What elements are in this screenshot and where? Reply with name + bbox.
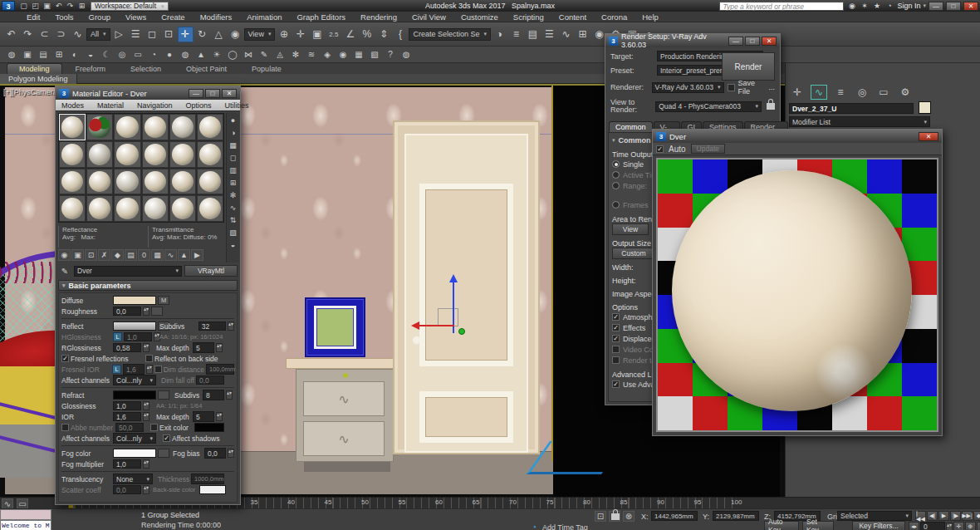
viewport-lock-icon[interactable] [767,103,775,110]
population-icon[interactable]: ▦ [352,48,365,61]
me-menu-utilities[interactable]: Utilities [219,101,255,110]
y-coord-field[interactable]: 2129,987mm [713,511,759,521]
unlink-selection-icon[interactable]: ⊃ [53,27,69,42]
project-folder-icon[interactable]: ⊞ [76,2,87,10]
exit-color-checkbox[interactable] [150,424,158,431]
current-frame-field[interactable]: 0 [920,522,945,530]
sample-slot[interactable] [197,169,223,195]
sample-slot[interactable] [86,114,113,140]
menu-help[interactable]: Help [635,12,665,22]
atmospherics-checkbox[interactable]: ✓ [612,313,620,321]
reference-coordinate-dropdown[interactable]: View▾ [244,28,276,41]
menu-graph-editors[interactable]: Graph Editors [290,12,352,22]
menu-views[interactable]: Views [119,12,153,22]
select-and-place-icon[interactable]: ◉ [228,27,243,42]
transform-gizmo-plane[interactable] [438,308,458,326]
menu-modifiers[interactable]: Modifiers [194,12,239,22]
transform-gizmo-icon[interactable]: ⊗ [623,511,635,522]
align-icon[interactable]: ≡ [508,27,524,42]
put-material-to-scene-icon[interactable]: ▣ [71,249,84,261]
sample-slot[interactable] [86,169,113,195]
material-map-navigator-icon[interactable]: ⇅ [228,214,239,225]
use-advanced-lighting-checkbox[interactable]: ✓ [612,380,620,388]
isolate-selection-icon[interactable]: ⊡ [595,511,606,522]
shell-icon[interactable]: ◈ [321,48,334,61]
sample-slot[interactable] [59,169,86,195]
polygon-modeling-tab[interactable]: Polygon Modeling [0,74,77,84]
sample-slot[interactable] [86,141,113,168]
video-color-check-icon[interactable]: ▥ [228,164,239,175]
rglossiness-field[interactable]: 0,58 [113,343,141,352]
scene-states-icon[interactable]: ▤ [37,48,50,61]
go-to-end-button[interactable]: ▶▶| [962,511,973,521]
video-color-check-checkbox[interactable] [612,346,620,353]
render-button[interactable]: Render [722,52,775,81]
hglossiness-field[interactable]: 1,0 [124,332,152,341]
sample-slot[interactable] [142,141,169,168]
sample-slot[interactable] [169,141,196,168]
diffuse-color-swatch[interactable] [113,296,156,305]
orbit-view-icon[interactable]: ◔ [977,522,980,530]
subdivs-field[interactable]: 32 [198,321,226,331]
sample-type-icon[interactable]: ● [228,115,239,125]
refract-color-swatch[interactable] [113,390,156,400]
go-to-start-button[interactable]: |◀◀ [915,511,926,521]
thickness-field[interactable]: 1000,0mm [191,474,224,484]
go-forward-sibling-icon[interactable]: ▶ [191,249,203,261]
translucency-dropdown[interactable]: None▾ [113,474,153,484]
refract-subdivs-spinner[interactable]: ▴▾ [226,390,233,400]
sample-slot[interactable] [59,195,86,222]
use-pivot-point-center-icon[interactable]: ⊕ [276,27,292,42]
key-filters-button[interactable]: Key Filters... [852,521,905,530]
rectangular-selection-region-icon[interactable]: ◻ [145,27,160,42]
spacewarp-icon[interactable]: ⋈ [242,48,255,61]
select-and-rotate-icon[interactable]: ↻ [194,27,210,42]
bulb-teal-icon[interactable]: ◍ [399,48,413,61]
select-and-move-icon[interactable]: ✛ [178,27,194,42]
affect-channels-dropdown[interactable]: Col...nly▾ [113,375,156,385]
hierarchy-tab-icon[interactable]: ≡ [832,85,849,100]
time-tag-clock-icon[interactable]: ◔ [528,522,540,530]
object-name-field[interactable]: Dver_2_37_U [789,103,914,114]
abbe-number-field[interactable]: 50,0 [115,423,144,432]
basic-parameters-rollout[interactable]: ▾Basic parameters [58,280,238,291]
zoom-view-icon[interactable]: ⊕ [965,522,976,530]
single-radio[interactable] [612,160,620,168]
snaps-toggle-icon[interactable]: 2.5 [326,27,341,42]
layer-manager-icon[interactable]: ▤ [525,27,541,42]
rs-minimize-button[interactable]: — [728,37,743,46]
favorites-icon[interactable]: ★ [871,2,882,10]
render-iterative-icon[interactable]: ▣ [21,48,34,61]
select-by-name-icon[interactable]: ☰ [128,27,144,42]
search-help-icon[interactable]: ✶ [859,2,870,10]
workspace-dropdown[interactable]: Workspace: Default▾ [91,2,169,11]
edit-named-selection-sets-icon[interactable]: { [392,27,408,42]
options-icon[interactable]: ✻ [228,189,239,200]
dim-distance-field[interactable]: 100,0mm [206,364,234,375]
sample-slot[interactable] [197,141,223,168]
scene-explorer-icon[interactable]: ☰ [541,27,557,42]
maxscript-mini-listener-macro[interactable] [0,509,51,520]
rs-maximize-button[interactable]: □ [745,37,760,46]
fog-map-button[interactable] [158,449,169,458]
select-and-manipulate-icon[interactable]: ✛ [292,27,308,42]
dim-fall-off-field[interactable]: 0,0 [196,375,224,385]
sample-slot[interactable] [114,114,140,140]
angle-snap-icon[interactable]: ∠ [342,27,358,42]
scatter-coeff-spinner[interactable]: ▴▾ [143,485,149,494]
render-setup-titlebar[interactable]: 3 Render Setup: V-Ray Adv 3.60.03 — □ ✕ [605,34,780,47]
sample-slot[interactable] [197,195,223,222]
open-file-icon[interactable]: ◰ [30,2,41,10]
refract-subdivs-field[interactable]: 8 [203,390,224,400]
undo-quick-icon[interactable]: ↶ [53,2,64,10]
output-size-dropdown[interactable]: Custom [612,248,655,259]
render-to-fields-checkbox[interactable] [612,356,620,364]
sample-slot[interactable] [86,195,113,222]
sample-slot[interactable] [114,169,140,195]
next-frame-button[interactable]: |▶ [950,511,961,521]
environment-icon[interactable]: ☾ [100,48,113,61]
refract-map-button[interactable] [158,390,169,400]
curve-editor-icon[interactable]: ∿ [558,27,574,42]
roughness-field[interactable]: 0,0 [113,307,141,316]
backside-color-swatch[interactable] [199,485,226,494]
